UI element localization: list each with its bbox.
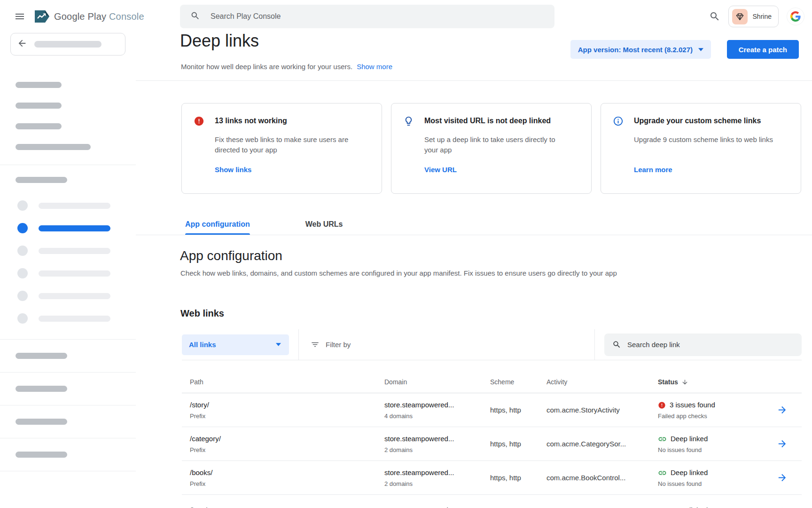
skeleton-nav-item	[16, 82, 62, 88]
info-icon	[613, 116, 624, 128]
filter-icon	[311, 340, 320, 349]
tab-app-configuration[interactable]: App configuration	[185, 220, 250, 235]
web-links-title: Web links	[180, 308, 224, 319]
logo-text: Google Play Console	[54, 11, 144, 22]
google-account-avatar[interactable]	[787, 8, 804, 25]
toolbar-divider	[594, 329, 595, 360]
column-header-status[interactable]: Status	[658, 378, 761, 393]
insight-cards: 13 links not working Fix these web links…	[181, 103, 801, 194]
skeleton-nav-label	[39, 203, 110, 209]
domain-value: store.steampowered...	[384, 400, 490, 410]
show-links-link[interactable]: Show links	[215, 166, 251, 174]
column-header-domain[interactable]: Domain	[384, 378, 490, 393]
link-icon	[658, 468, 667, 477]
column-header-path[interactable]: Path	[182, 378, 384, 393]
row-arrow-icon[interactable]	[777, 405, 788, 415]
search-icon-button[interactable]	[709, 11, 720, 22]
column-header-scheme[interactable]: Scheme	[490, 378, 547, 393]
skeleton-section-header	[16, 177, 67, 183]
card-body: Upgrade 9 custom scheme links to web lin…	[634, 135, 773, 145]
section-title: App configuration	[180, 248, 282, 263]
table-row[interactable]: /item/ store.steampowered... Deep linked	[182, 495, 802, 508]
nav-item-icon	[17, 313, 28, 324]
nav-item-icon	[17, 291, 28, 301]
path-type: Prefix	[190, 413, 384, 420]
current-app-selector[interactable]: Shrine	[728, 6, 779, 27]
sidebar-divider	[0, 471, 136, 471]
lightbulb-icon	[403, 116, 414, 128]
global-search-input[interactable]	[211, 12, 492, 21]
table-row[interactable]: /category/Prefix store.steampowered...2 …	[182, 427, 802, 461]
card-most-visited-url: Most visited URL is not deep linked Set …	[391, 103, 592, 194]
sidebar-nav-item[interactable]	[0, 262, 136, 285]
skeleton-section-header	[16, 353, 67, 359]
show-more-link[interactable]: Show more	[357, 63, 392, 71]
status-value: Deep linked	[671, 468, 708, 477]
search-icon	[190, 11, 200, 23]
domain-count: 2 domains	[384, 480, 490, 487]
row-arrow-icon[interactable]	[777, 506, 788, 508]
skeleton-nav-label	[39, 225, 110, 231]
card-body: Fix these web links to make sure users a…	[215, 135, 360, 155]
skeleton-nav-item	[16, 103, 62, 109]
play-console-logo[interactable]: Google Play Console	[34, 9, 144, 24]
row-arrow-icon[interactable]	[777, 438, 788, 449]
domain-value: store.steampowered...	[384, 434, 490, 444]
header-divider	[136, 80, 812, 81]
activity-value: com.acme.CategorySor...	[547, 440, 658, 448]
deep-link-search-input[interactable]	[627, 341, 782, 349]
status-detail: No issues found	[658, 480, 761, 487]
status-detail: Failed app checks	[658, 413, 761, 420]
skeleton-nav-label	[39, 293, 110, 299]
app-selector-collapsed[interactable]	[10, 33, 125, 56]
card-body: Set up a deep link to take users directl…	[424, 135, 570, 155]
sidebar-section[interactable]	[0, 438, 136, 471]
tab-web-urls[interactable]: Web URLs	[305, 220, 343, 235]
menu-icon[interactable]	[14, 10, 25, 23]
table-header: Path Domain Scheme Activity Status	[182, 360, 802, 393]
filter-by-button[interactable]: Filter by	[311, 340, 351, 349]
status-value: Deep linked	[671, 506, 708, 508]
domain-value: store.steampowered...	[384, 506, 490, 508]
domain-count: 4 domains	[384, 413, 490, 420]
page-title: Deep links	[180, 31, 259, 51]
link-icon	[658, 506, 667, 508]
path-type: Prefix	[190, 480, 384, 487]
links-filter-dropdown[interactable]: All links	[182, 334, 289, 355]
sidebar-section[interactable]	[0, 340, 136, 372]
domain-value: store.steampowered...	[384, 468, 490, 477]
chevron-down-icon	[698, 48, 703, 51]
path-value: /story/	[190, 400, 384, 410]
sidebar-nav-item[interactable]	[0, 194, 136, 217]
current-app-name: Shrine	[753, 13, 772, 20]
main-content: Shrine Deep links Monitor how well deep …	[136, 0, 812, 508]
global-search-field[interactable]	[180, 5, 554, 28]
domain-count: 2 domains	[384, 446, 490, 453]
status-value: 3 issues found	[670, 400, 715, 410]
app-version-dropdown[interactable]: App version: Most recent (8.2.027)	[570, 40, 711, 59]
sidebar-nav-item[interactable]	[0, 239, 136, 262]
sidebar-section[interactable]	[0, 405, 136, 438]
card-title: Upgrade your custom scheme links	[634, 117, 761, 125]
sidebar-nav-item[interactable]	[0, 285, 136, 307]
column-header-activity[interactable]: Activity	[547, 378, 658, 393]
page-subtitle: Monitor how well deep links are working …	[181, 63, 352, 71]
skeleton-section-header	[16, 386, 67, 392]
sidebar-nav-item-active[interactable]	[0, 217, 136, 239]
skeleton-app-name	[34, 41, 102, 48]
web-links-table: Path Domain Scheme Activity Status /stor…	[182, 360, 802, 508]
path-type: Prefix	[190, 446, 384, 453]
row-arrow-icon[interactable]	[777, 472, 788, 483]
nav-item-icon	[17, 223, 28, 233]
table-row[interactable]: /books/Prefix store.steampowered...2 dom…	[182, 461, 802, 495]
activity-value: com.acme.StoryActivity	[547, 406, 658, 414]
deep-link-search-field[interactable]	[604, 333, 802, 356]
sidebar: Google Play Console	[0, 0, 136, 508]
sidebar-nav-item[interactable]	[0, 307, 136, 330]
back-arrow-icon[interactable]	[17, 38, 27, 50]
learn-more-link[interactable]: Learn more	[634, 166, 672, 174]
create-patch-button[interactable]: Create a patch	[727, 40, 799, 59]
view-url-link[interactable]: View URL	[424, 166, 457, 174]
sidebar-section[interactable]	[0, 373, 136, 405]
table-row[interactable]: /story/Prefix store.steampowered...4 dom…	[182, 393, 802, 427]
